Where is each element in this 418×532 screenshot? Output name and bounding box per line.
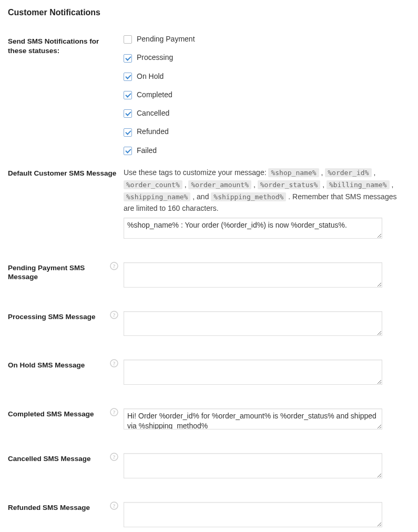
status-checkbox[interactable] xyxy=(124,128,132,137)
svg-text:?: ? xyxy=(113,410,116,415)
status-checkbox[interactable] xyxy=(124,109,132,118)
status-checkbox[interactable] xyxy=(124,35,132,44)
message-field-label: Processing SMS Message xyxy=(8,312,107,322)
help-icon[interactable]: ? xyxy=(110,408,118,416)
status-checkbox[interactable] xyxy=(124,147,132,155)
message-textarea[interactable] xyxy=(124,453,382,478)
status-option-label: Cancelled xyxy=(137,109,169,117)
message-field-label: On Hold SMS Message xyxy=(8,361,107,370)
status-option-label: Pending Payment xyxy=(137,35,195,43)
template-tag: %shipping_method% xyxy=(211,192,286,201)
status-checkbox[interactable] xyxy=(124,54,132,63)
template-tag: %order_status% xyxy=(258,180,321,189)
status-option-label: Refunded xyxy=(137,127,169,136)
status-option-label: Processing xyxy=(137,53,173,62)
message-textarea[interactable] xyxy=(124,502,382,527)
statuses-label: Send SMS Notifications for these statuse… xyxy=(8,30,124,162)
status-option[interactable]: Pending Payment xyxy=(124,35,405,44)
template-tag: %shop_name% xyxy=(268,168,319,177)
message-field-label: Pending Payment SMS Message xyxy=(8,263,107,282)
default-message-description: Use these tags to customize your message… xyxy=(124,167,397,214)
status-option[interactable]: Failed xyxy=(124,146,405,155)
message-textarea[interactable] xyxy=(124,408,382,429)
help-icon[interactable]: ? xyxy=(110,502,118,510)
message-textarea[interactable] xyxy=(124,262,382,288)
status-option[interactable]: Completed xyxy=(124,90,405,99)
message-textarea[interactable] xyxy=(124,360,382,385)
status-option[interactable]: On Hold xyxy=(124,72,405,81)
svg-text:?: ? xyxy=(113,361,116,366)
svg-text:?: ? xyxy=(113,454,116,460)
svg-text:?: ? xyxy=(113,312,116,318)
status-checkbox[interactable] xyxy=(124,91,132,99)
message-field-label: Cancelled SMS Message xyxy=(8,454,107,464)
status-option-label: Failed xyxy=(137,146,157,155)
svg-text:?: ? xyxy=(113,263,116,269)
status-option[interactable]: Processing xyxy=(124,53,405,62)
status-option-label: Completed xyxy=(137,90,172,99)
status-option[interactable]: Refunded xyxy=(124,127,405,136)
template-tag: %shipping_name% xyxy=(124,192,190,201)
status-checkbox[interactable] xyxy=(124,73,132,81)
help-icon[interactable]: ? xyxy=(110,359,118,367)
default-message-textarea[interactable] xyxy=(124,218,382,239)
template-tag: %order_amount% xyxy=(188,180,251,189)
template-tag: %order_id% xyxy=(325,168,371,177)
help-icon[interactable]: ? xyxy=(110,453,118,461)
template-tag: %billing_name% xyxy=(327,180,390,189)
status-option[interactable]: Cancelled xyxy=(124,109,405,118)
help-icon[interactable]: ? xyxy=(110,262,118,270)
status-option-label: On Hold xyxy=(137,72,164,80)
help-icon[interactable]: ? xyxy=(110,311,118,319)
svg-text:?: ? xyxy=(113,503,116,509)
message-textarea[interactable] xyxy=(124,311,382,336)
message-field-label: Completed SMS Message xyxy=(8,410,107,419)
message-field-label: Refunded SMS Message xyxy=(8,503,107,513)
template-tag: %order_count% xyxy=(124,180,182,189)
statuses-checkbox-list: Pending PaymentProcessingOn HoldComplete… xyxy=(124,35,405,155)
default-message-label: Default Customer SMS Message xyxy=(8,162,124,256)
section-title: Customer Notifications xyxy=(8,8,410,17)
